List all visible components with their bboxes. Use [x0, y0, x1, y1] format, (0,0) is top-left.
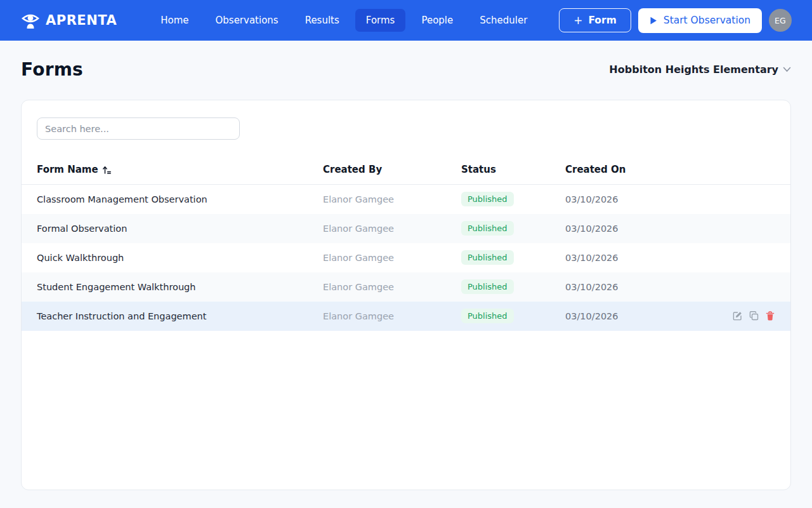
- created-by-cell: Elanor Gamgee: [323, 243, 461, 272]
- page-header: Forms Hobbiton Heights Elementary: [0, 41, 812, 80]
- top-navbar: APRENTA Home Observations Results Forms …: [0, 0, 812, 41]
- table-row[interactable]: Formal Observation Elanor Gamgee Publish…: [22, 214, 790, 243]
- school-selector-value: Hobbiton Heights Elementary: [609, 64, 778, 76]
- nav-item-observations[interactable]: Observations: [204, 9, 289, 32]
- nav-item-forms[interactable]: Forms: [355, 9, 406, 32]
- created-by-cell: Elanor Gamgee: [323, 272, 461, 302]
- nav-item-scheduler[interactable]: Scheduler: [469, 9, 538, 32]
- column-header-created-by[interactable]: Created By: [323, 156, 461, 185]
- column-header-created-on[interactable]: Created On: [565, 156, 715, 185]
- brand-name: APRENTA: [46, 13, 117, 28]
- delete-icon[interactable]: [765, 311, 775, 321]
- column-header-status[interactable]: Status: [461, 156, 565, 185]
- row-actions: [715, 311, 790, 321]
- created-on-cell: 03/10/2026: [565, 214, 715, 243]
- table-row[interactable]: Student Engagement Walkthrough Elanor Ga…: [22, 272, 790, 302]
- form-name-cell[interactable]: Teacher Instruction and Engagement: [22, 302, 323, 331]
- created-on-cell: 03/10/2026: [565, 243, 715, 272]
- new-form-button[interactable]: + Form: [559, 8, 631, 32]
- column-header-form-name[interactable]: Form Name: [37, 164, 112, 175]
- new-form-button-label: Form: [588, 15, 616, 26]
- sort-ascending-icon: [102, 165, 112, 175]
- created-on-cell: 03/10/2026: [565, 302, 715, 331]
- created-on-cell: 03/10/2026: [565, 185, 715, 214]
- edit-icon[interactable]: [732, 311, 743, 321]
- user-avatar[interactable]: EG: [769, 9, 792, 32]
- nav-item-results[interactable]: Results: [294, 9, 350, 32]
- form-name-cell[interactable]: Classroom Management Observation: [22, 185, 323, 214]
- nav-actions: + Form Start Observation EG: [559, 8, 792, 33]
- nav-item-home[interactable]: Home: [150, 9, 199, 32]
- table-row[interactable]: Classroom Management Observation Elanor …: [22, 185, 790, 214]
- status-badge: Published: [461, 221, 514, 236]
- created-by-cell: Elanor Gamgee: [323, 214, 461, 243]
- form-name-cell[interactable]: Quick Walkthrough: [22, 243, 323, 272]
- table-header-row: Form Name Created By Status Created On: [22, 156, 790, 185]
- forms-card: Form Name Created By Status Created On: [21, 100, 791, 490]
- created-by-cell: Elanor Gamgee: [323, 185, 461, 214]
- created-by-cell: Elanor Gamgee: [323, 302, 461, 331]
- status-badge: Published: [461, 279, 514, 294]
- plus-icon: +: [573, 15, 582, 26]
- table-row-hovered[interactable]: Teacher Instruction and Engagement Elano…: [22, 302, 790, 331]
- nav-item-people[interactable]: People: [410, 9, 464, 32]
- table-row[interactable]: Quick Walkthrough Elanor Gamgee Publishe…: [22, 243, 790, 272]
- forms-table: Form Name Created By Status Created On: [22, 156, 790, 331]
- play-icon: [650, 17, 657, 25]
- status-badge: Published: [461, 250, 514, 265]
- chevron-down-icon: [783, 67, 791, 72]
- duplicate-icon[interactable]: [749, 311, 759, 321]
- start-observation-label: Start Observation: [664, 15, 750, 26]
- search-input[interactable]: [37, 117, 240, 140]
- school-selector[interactable]: Hobbiton Heights Elementary: [609, 64, 791, 76]
- form-name-cell[interactable]: Formal Observation: [22, 214, 323, 243]
- created-on-cell: 03/10/2026: [565, 272, 715, 302]
- brand-logo[interactable]: APRENTA: [21, 11, 117, 30]
- status-badge: Published: [461, 309, 514, 323]
- status-badge: Published: [461, 192, 514, 206]
- page-title: Forms: [21, 59, 83, 80]
- form-name-cell[interactable]: Student Engagement Walkthrough: [22, 272, 323, 302]
- aprenta-eye-person-icon: [21, 11, 40, 30]
- main-nav: Home Observations Results Forms People S…: [150, 9, 559, 32]
- start-observation-button[interactable]: Start Observation: [638, 8, 762, 33]
